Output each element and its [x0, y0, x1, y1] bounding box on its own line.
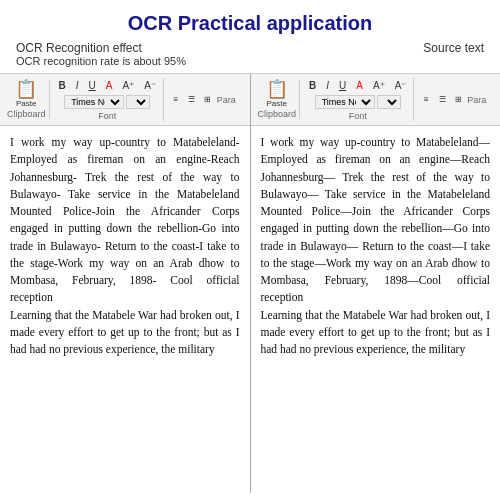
align-center-btn-left[interactable]: ☰	[185, 93, 199, 107]
right-content: I work my way up-country to Matabeleland…	[251, 126, 501, 493]
underline-btn-left[interactable]: U	[85, 78, 100, 93]
clipboard-label-left: Clipboard	[7, 109, 46, 119]
left-toolbar: 📋 Paste Clipboard B I U A A⁺ A⁻ Times Ne…	[0, 74, 250, 126]
size-select-right[interactable]: 11	[377, 95, 401, 109]
right-subtitle: Source text	[423, 41, 484, 55]
right-font-group: B I U A A⁺ A⁻ Times New Roman 11 Font	[302, 78, 414, 121]
color-btn-left[interactable]: A	[102, 78, 117, 93]
font-size-up-right[interactable]: A⁺	[369, 78, 389, 93]
bold-btn-right[interactable]: B	[305, 78, 320, 93]
clipboard-label-right: Clipboard	[258, 109, 297, 119]
font-size-up-left[interactable]: A⁺	[118, 78, 138, 93]
list-btn-left[interactable]: ⊞	[201, 93, 215, 107]
font-select-left[interactable]: Times New Roman	[64, 95, 124, 109]
bold-btn-left[interactable]: B	[55, 78, 70, 93]
align-left-btn-left[interactable]: ≡	[169, 93, 183, 107]
font-select-right[interactable]: Times New Roman	[315, 95, 375, 109]
para-label-right: Para	[467, 95, 486, 105]
paste-label-right[interactable]: Paste	[267, 99, 287, 108]
align-center-btn-right[interactable]: ☰	[435, 93, 449, 107]
paste-icon-right: 📋	[266, 80, 288, 98]
right-clipboard-group: 📋 Paste Clipboard	[255, 80, 301, 119]
font-label-right: Font	[349, 111, 367, 121]
font-label-left: Font	[98, 111, 116, 121]
italic-btn-left[interactable]: I	[72, 78, 83, 93]
right-panel: 📋 Paste Clipboard B I U A A⁺ A⁻ Times Ne…	[251, 74, 501, 493]
right-toolbar: 📋 Paste Clipboard B I U A A⁺ A⁻ Times Ne…	[251, 74, 501, 126]
list-btn-right[interactable]: ⊞	[451, 93, 465, 107]
size-select-left[interactable]: 11	[126, 95, 150, 109]
left-clipboard-group: 📋 Paste Clipboard	[4, 80, 50, 119]
left-para-group: ≡ ☰ ⊞ Para	[166, 93, 239, 107]
italic-btn-right[interactable]: I	[322, 78, 333, 93]
left-font-group: B I U A A⁺ A⁻ Times New Roman 11 Font	[52, 78, 164, 121]
underline-btn-right[interactable]: U	[335, 78, 350, 93]
font-size-down-left[interactable]: A⁻	[140, 78, 160, 93]
align-left-btn-right[interactable]: ≡	[419, 93, 433, 107]
left-subtitle: OCR Recognition effect	[16, 41, 142, 55]
left-panel: 📋 Paste Clipboard B I U A A⁺ A⁻ Times Ne…	[0, 74, 251, 493]
para-label-left: Para	[217, 95, 236, 105]
color-btn-right[interactable]: A	[352, 78, 367, 93]
paste-icon-left: 📋	[15, 80, 37, 98]
paste-label-left[interactable]: Paste	[16, 99, 36, 108]
page-title: OCR Practical application	[0, 0, 500, 41]
right-para-group: ≡ ☰ ⊞ Para	[416, 93, 489, 107]
recognition-rate: OCR recognition rate is about 95%	[16, 55, 186, 67]
font-size-down-right[interactable]: A⁻	[391, 78, 411, 93]
left-content: I work my way up-country to Matabeleland…	[0, 126, 250, 493]
